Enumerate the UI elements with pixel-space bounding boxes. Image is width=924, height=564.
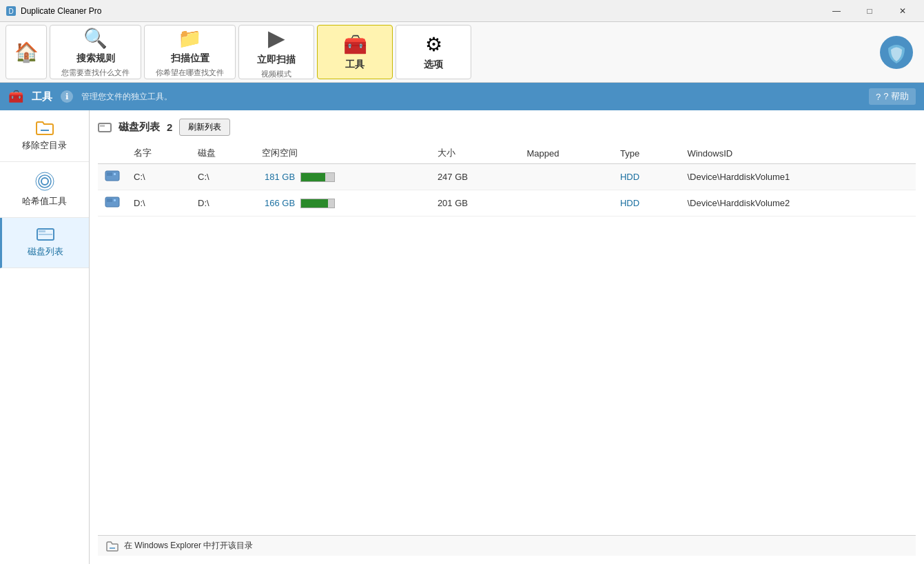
disk-list-title: 磁盘列表: [119, 121, 160, 134]
folder-icon: 📁: [178, 27, 202, 50]
svg-point-4: [39, 175, 51, 188]
sidebar-disk-list-label: 磁盘列表: [28, 245, 63, 258]
toolbar-scan-location[interactable]: 📁 扫描位置 你希望在哪查找文件: [144, 25, 236, 79]
drive-icon: [105, 170, 120, 182]
col-header-free: 空闲空间: [255, 143, 431, 164]
toolbar-tools[interactable]: 🧰 工具: [317, 25, 393, 79]
toolbar-search-rules-sub: 您需要查找什么文件: [61, 68, 130, 78]
disk-size-cell: 247 GB: [431, 164, 520, 190]
sidebar-item-hash-tools[interactable]: 哈希值工具: [0, 162, 89, 218]
subheader: 🧰 工具 ℹ 管理您文件的独立工具。 ? ? 帮助: [0, 83, 924, 110]
col-header-name: 名字: [127, 143, 191, 164]
sidebar-item-remove-empty[interactable]: 移除空目录: [0, 110, 89, 162]
drive-icon-cell: [98, 190, 127, 216]
help-icon: ?: [876, 92, 881, 102]
toolbar-options-label: 选项: [424, 59, 443, 71]
subheader-tools-icon: 🧰: [8, 89, 23, 104]
disk-header-icon: [98, 123, 112, 132]
disk-type-cell: HDD: [613, 190, 680, 216]
col-header-type: Type: [613, 143, 680, 164]
toolbar-search-rules-label: 搜索规则: [76, 52, 115, 65]
svg-rect-13: [114, 173, 116, 175]
content-area: 磁盘列表 2 刷新列表 名字 磁盘 空闲空间 大小 Mapped Type Wi…: [90, 110, 924, 564]
refresh-button[interactable]: 刷新列表: [179, 119, 230, 136]
toolbar-scan-location-sub: 你希望在哪查找文件: [156, 68, 224, 78]
app-icon: D: [6, 6, 17, 17]
col-header-windowsid: WindowsID: [680, 143, 916, 164]
disk-table: 名字 磁盘 空闲空间 大小 Mapped Type WindowsID C:\C…: [98, 143, 916, 216]
titlebar-controls: ― □ ✕: [821, 0, 918, 22]
disk-list-count: 2: [167, 121, 172, 133]
svg-rect-10: [100, 125, 105, 127]
tools-icon: 🧰: [343, 33, 367, 56]
sidebar: 移除空目录 哈希值工具 磁盘列表: [0, 110, 90, 564]
disk-size-cell: 201 GB: [431, 190, 520, 216]
open-explorer-icon: [106, 541, 119, 552]
sidebar-remove-empty-label: 移除空目录: [22, 139, 67, 152]
toolbar-quick-scan-label: 立即扫描: [257, 54, 296, 66]
subheader-title: 工具: [32, 90, 52, 103]
titlebar: D Duplicate Cleaner Pro ― □ ✕: [0, 0, 924, 22]
disk-free-cell: 181 GB: [255, 164, 431, 190]
svg-rect-12: [107, 172, 112, 176]
logo-svg: [879, 34, 914, 70]
disk-type-cell: HDD: [613, 164, 680, 190]
toolbar-quick-scan-sub: 视频模式: [261, 69, 291, 79]
drive-icon: [105, 196, 120, 208]
svg-rect-8: [39, 234, 52, 235]
svg-rect-16: [114, 199, 116, 201]
search-icon: 🔍: [83, 27, 107, 50]
toolbar-tools-label: 工具: [345, 59, 365, 71]
svg-rect-9: [99, 123, 111, 132]
toolbar-home-button[interactable]: 🏠: [6, 25, 47, 79]
gear-icon: ⚙: [425, 33, 442, 56]
disk-table-body: C:\C:\ 181 GB 247 GBHDD\Device\HarddiskV…: [98, 164, 916, 216]
disk-name-cell: D:\: [127, 190, 191, 216]
toolbar: 🏠 🔍 搜索规则 您需要查找什么文件 📁 扫描位置 你希望在哪查找文件 ▶ 立即…: [0, 22, 924, 83]
toolbar-quick-scan[interactable]: ▶ 立即扫描 视频模式: [238, 25, 314, 79]
main-layout: 移除空目录 哈希值工具 磁盘列表 磁盘: [0, 110, 924, 564]
disk-name-cell: C:\: [127, 164, 191, 190]
svg-text:D: D: [8, 8, 13, 15]
sidebar-hash-tools-label: 哈希值工具: [22, 195, 67, 208]
table-row[interactable]: C:\C:\ 181 GB 247 GBHDD\Device\HarddiskV…: [98, 164, 916, 190]
col-header-icon: [98, 143, 127, 164]
app-title: Duplicate Cleaner Pro: [21, 6, 101, 16]
svg-rect-15: [107, 199, 112, 202]
close-button[interactable]: ✕: [887, 0, 918, 22]
fingerprint-icon: [35, 172, 54, 191]
content-spacer: [98, 216, 916, 535]
sidebar-item-disk-list[interactable]: 磁盘列表: [0, 218, 89, 268]
disk-icon: [36, 228, 55, 241]
bottom-bar: 在 Windows Explorer 中打开该目录: [98, 535, 916, 556]
minimize-button[interactable]: ―: [821, 0, 852, 22]
table-header-row: 名字 磁盘 空闲空间 大小 Mapped Type WindowsID: [98, 143, 916, 164]
svg-rect-7: [39, 230, 45, 232]
col-header-size: 大小: [431, 143, 520, 164]
disk-free-cell: 166 GB: [255, 190, 431, 216]
help-button[interactable]: ? ? 帮助: [869, 88, 916, 105]
svg-point-3: [41, 178, 48, 185]
disk-windowsid-cell: \Device\HarddiskVolume2: [680, 190, 916, 216]
maximize-button[interactable]: □: [854, 0, 885, 22]
titlebar-left: D Duplicate Cleaner Pro: [6, 6, 101, 17]
toolbar-options[interactable]: ⚙ 选项: [396, 25, 471, 79]
table-row[interactable]: D:\D:\ 166 GB 201 GBHDD\Device\HarddiskV…: [98, 190, 916, 216]
toolbar-scan-location-label: 扫描位置: [171, 52, 209, 65]
disk-windowsid-cell: \Device\HarddiskVolume1: [680, 164, 916, 190]
home-icon: 🏠: [14, 41, 39, 63]
help-label: ? 帮助: [883, 90, 909, 103]
toolbar-search-rules[interactable]: 🔍 搜索规则 您需要查找什么文件: [50, 25, 141, 79]
disk-mapped-cell: [520, 190, 613, 216]
disk-mapped-cell: [520, 164, 613, 190]
app-logo: [874, 25, 918, 79]
open-explorer-label: 在 Windows Explorer 中打开该目录: [124, 540, 253, 552]
disk-list-header: 磁盘列表 2 刷新列表: [98, 119, 916, 136]
play-icon: ▶: [268, 25, 285, 51]
col-header-disk: 磁盘: [191, 143, 255, 164]
info-icon: ℹ: [61, 90, 73, 103]
folder-empty-icon: [35, 120, 54, 135]
disk-drive-cell: C:\: [191, 164, 255, 190]
subheader-info: 管理您文件的独立工具。: [81, 91, 172, 103]
col-header-mapped: Mapped: [520, 143, 613, 164]
